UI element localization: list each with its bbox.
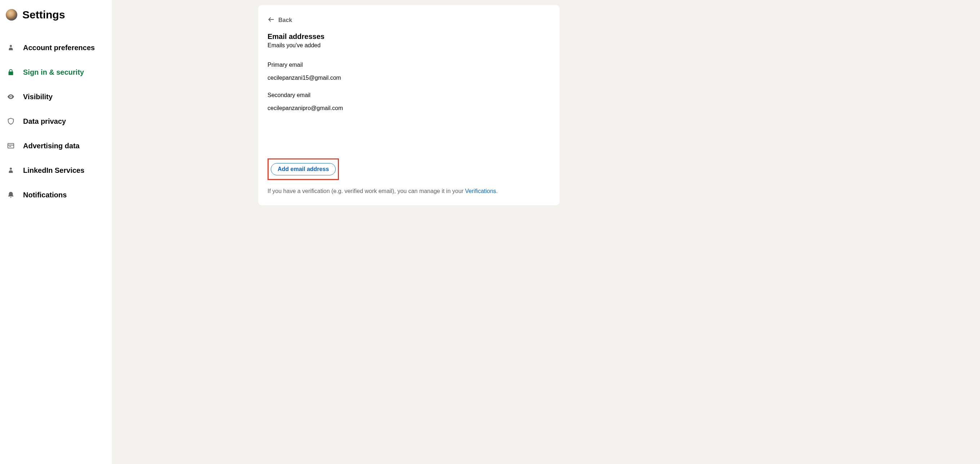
lock-icon bbox=[6, 68, 15, 77]
sidebar-item-label: LinkedIn Services bbox=[23, 166, 84, 175]
svg-rect-1 bbox=[8, 144, 14, 148]
verifications-link[interactable]: Verifications bbox=[465, 188, 496, 194]
sidebar-item-linkedin-services[interactable]: LinkedIn Services bbox=[6, 158, 106, 183]
section-title: Email addresses bbox=[267, 32, 550, 41]
spacer bbox=[267, 122, 550, 158]
avatar[interactable] bbox=[6, 9, 17, 21]
sidebar: Settings Account preferences Sign in & s… bbox=[0, 0, 112, 464]
sidebar-item-label: Data privacy bbox=[23, 117, 66, 126]
shield-icon bbox=[6, 117, 15, 126]
sidebar-item-label: Advertising data bbox=[23, 142, 80, 150]
secondary-email-value: cecilepanzanipro@gmail.com bbox=[267, 105, 550, 112]
person-icon bbox=[6, 166, 15, 175]
annotation-highlight: Add email address bbox=[267, 158, 339, 180]
svg-point-0 bbox=[10, 45, 12, 47]
back-label: Back bbox=[278, 17, 292, 24]
newspaper-icon bbox=[6, 142, 15, 150]
sidebar-item-label: Visibility bbox=[23, 93, 52, 101]
person-icon bbox=[6, 43, 15, 52]
sidebar-item-notifications[interactable]: Notifications bbox=[6, 183, 106, 207]
svg-point-4 bbox=[10, 167, 12, 170]
sidebar-item-visibility[interactable]: Visibility bbox=[6, 85, 106, 109]
sidebar-item-label: Account preferences bbox=[23, 44, 95, 52]
verification-footnote: If you have a verification (e.g. verifie… bbox=[267, 188, 550, 195]
sidebar-item-data-privacy[interactable]: Data privacy bbox=[6, 109, 106, 134]
footnote-prefix: If you have a verification (e.g. verifie… bbox=[267, 188, 465, 194]
page-title: Settings bbox=[22, 9, 65, 21]
sidebar-item-advertising-data[interactable]: Advertising data bbox=[6, 134, 106, 158]
nav-list: Account preferences Sign in & security V… bbox=[6, 35, 106, 207]
back-button[interactable]: Back bbox=[267, 16, 292, 24]
sidebar-item-account-preferences[interactable]: Account preferences bbox=[6, 35, 106, 60]
bell-icon bbox=[6, 190, 15, 199]
sidebar-item-label: Sign in & security bbox=[23, 68, 84, 77]
sidebar-header: Settings bbox=[6, 9, 106, 35]
section-subtitle: Emails you've added bbox=[267, 42, 550, 49]
eye-icon bbox=[6, 92, 15, 101]
primary-email-value: cecilepanzani15@gmail.com bbox=[267, 75, 550, 81]
main: Back Email addresses Emails you've added… bbox=[112, 0, 980, 464]
arrow-left-icon bbox=[267, 16, 275, 24]
primary-email-label: Primary email bbox=[267, 62, 550, 68]
add-email-button[interactable]: Add email address bbox=[271, 163, 336, 175]
sidebar-item-label: Notifications bbox=[23, 191, 67, 199]
content-card: Back Email addresses Emails you've added… bbox=[258, 5, 560, 205]
sidebar-item-sign-in-security[interactable]: Sign in & security bbox=[6, 60, 106, 85]
secondary-email-label: Secondary email bbox=[267, 92, 550, 99]
footnote-suffix: . bbox=[496, 188, 498, 194]
